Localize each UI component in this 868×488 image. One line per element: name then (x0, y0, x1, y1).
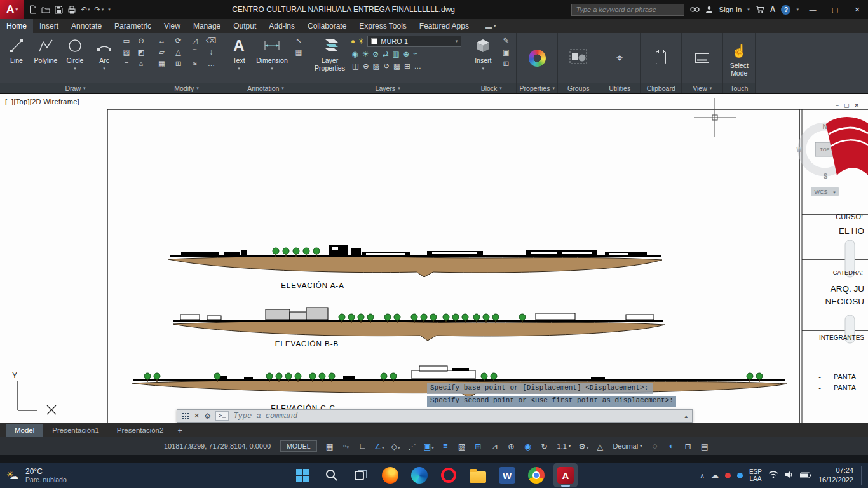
layer-tool-6[interactable]: ≈ (413, 49, 417, 59)
annotation-extra-tool-1[interactable]: ▦ (292, 47, 305, 57)
object-snap-toggle[interactable]: ▣▾ (421, 442, 437, 451)
snap-mode-toggle[interactable]: ▫▾ (338, 442, 355, 451)
annotation-scale-button[interactable]: 1:1▾ (553, 442, 576, 450)
model-space-button[interactable]: MODEL (280, 440, 316, 452)
layer-state-tool-0[interactable]: ● (351, 36, 355, 46)
taskbar-app-edge[interactable] (407, 463, 431, 487)
text-tool[interactable]: A Text ▾ (224, 34, 254, 82)
modify-tool-3[interactable]: ⌫ (205, 36, 218, 46)
ribbon-display-toggle[interactable]: ▬ ▾ (480, 19, 501, 33)
wifi-icon[interactable] (768, 470, 778, 481)
annotation-extra-tool-0[interactable]: ↖ (292, 36, 305, 46)
osnap-tracking-toggle[interactable]: ⋰ (404, 442, 421, 451)
workspace-switching-toggle[interactable]: ⚙▾ (575, 442, 592, 451)
block-extra-tool-2[interactable]: ⊞ (499, 58, 512, 69)
show-desktop-button[interactable] (861, 466, 863, 485)
taskbar-app-folder[interactable] (466, 463, 490, 487)
taskbar-app-firefox[interactable] (378, 463, 402, 487)
ribbon-tab-annotate[interactable]: Annotate (65, 19, 108, 33)
search-input[interactable] (571, 4, 684, 16)
draw-tool-circle[interactable]: Circle▾ (60, 34, 90, 82)
draw-extra-tool-4[interactable]: ≡ (121, 58, 132, 69)
ribbon-tab-express-tools[interactable]: Express Tools (353, 19, 412, 33)
lineweight-toggle[interactable]: ≡ (437, 442, 454, 451)
battery-icon[interactable] (800, 470, 812, 481)
drawing-close-button[interactable]: ✕ (854, 102, 859, 109)
select-mode-tool[interactable]: ☝ Select Mode (725, 39, 753, 77)
units-button[interactable]: Decimal▾ (608, 442, 646, 450)
autocad-application-menu-button[interactable]: A▾ (0, 0, 24, 19)
transparency-toggle[interactable]: ▨ (454, 442, 470, 451)
dynamic-ucs-toggle[interactable]: ⊿ (487, 442, 503, 451)
panel-properties-footer[interactable]: Properties▾ (517, 83, 557, 93)
layer-tool-b-5[interactable]: ⊞ (404, 61, 410, 71)
layer-tool-0[interactable]: ◉ (352, 49, 358, 59)
taskbar-app-search[interactable] (320, 463, 344, 487)
ribbon-tab-view[interactable]: View (158, 19, 187, 33)
polar-tracking-toggle[interactable]: ∠▾ (371, 442, 388, 451)
draw-tool-line[interactable]: Line (2, 34, 31, 82)
modify-tool-8[interactable]: ▦ (155, 58, 168, 69)
groups-icon[interactable] (569, 49, 587, 67)
modify-tool-6[interactable]: ⌒ (188, 47, 201, 57)
coordinates-display[interactable]: 101817.9299, 71729.8104, 0.0000 (164, 442, 276, 450)
taskbar-app-start[interactable] (290, 463, 315, 487)
command-input[interactable] (233, 412, 680, 421)
modify-tool-2[interactable]: ◿ (188, 36, 201, 46)
panel-groups-footer[interactable]: Groups (558, 83, 599, 93)
panel-annotation-footer[interactable]: Annotation▾ (222, 83, 309, 93)
open-button[interactable] (41, 6, 50, 13)
ribbon-tab-featured-apps[interactable]: Featured Apps (413, 19, 475, 33)
ribbon-tab-insert[interactable]: Insert (33, 19, 65, 33)
window-maximize-button[interactable]: ▢ (827, 6, 843, 14)
command-tools-icon[interactable]: ⚙ (204, 412, 211, 420)
tray-overflow-icon[interactable]: ∧ (700, 472, 705, 479)
signin-button[interactable]: Sign In (719, 6, 742, 13)
annotation-visibility-toggle[interactable]: ◉ (520, 442, 536, 451)
grid-display-toggle[interactable]: ▦ (322, 442, 338, 451)
layer-tool-b-0[interactable]: ◫ (352, 61, 359, 71)
onedrive-icon[interactable]: ☁ (711, 471, 719, 480)
new-layout-button[interactable]: + (173, 426, 187, 435)
antivirus-icon[interactable] (725, 473, 731, 478)
drawing-restore-button[interactable]: ▢ (844, 102, 850, 109)
drawing-minimize-button[interactable]: − (836, 102, 839, 109)
layer-tool-4[interactable]: ▥ (393, 49, 400, 59)
command-expand-icon[interactable]: ▴ (684, 413, 688, 419)
window-close-button[interactable]: ✕ (849, 6, 865, 14)
modify-tool-10[interactable]: ≈ (188, 58, 201, 69)
ribbon-tab-output[interactable]: Output (227, 19, 262, 33)
block-extra-tool-0[interactable]: ✎ (499, 36, 512, 46)
modify-tool-4[interactable]: ▱ (155, 47, 168, 57)
modify-tool-7[interactable]: ↕ (205, 47, 218, 57)
modify-tool-0[interactable]: ↔ (155, 36, 168, 46)
draw-extra-tool-5[interactable]: ⌂ (135, 58, 147, 69)
chevron-down-icon[interactable]: ▾ (796, 7, 799, 12)
annotation-monitor-toggle[interactable]: △ (592, 442, 608, 451)
layout-tab-presentaci-n2[interactable]: Presentación2 (109, 424, 172, 437)
isometric-drafting-toggle[interactable]: ◇▾ (388, 442, 404, 451)
command-customize-icon[interactable] (182, 412, 189, 420)
save-button[interactable] (55, 6, 63, 14)
insert-block-tool[interactable]: Insert ▾ (468, 34, 498, 82)
draw-extra-tool-1[interactable]: ⊙ (135, 36, 147, 46)
taskbar-weather-widget[interactable]: ☀☁ 20°C Parc. nublado (6, 467, 67, 484)
panel-modify-footer[interactable]: Modify▾ (151, 83, 222, 93)
viewport-controls-label[interactable]: [−][Top][2D Wireframe] (5, 98, 79, 105)
autodesk-account-icon[interactable]: A (770, 5, 776, 14)
layer-tool-1[interactable]: ☀ (362, 49, 369, 59)
layer-dropdown[interactable]: MURO 1 ▾ (367, 36, 461, 47)
draw-extra-tool-0[interactable]: ▭ (121, 36, 132, 46)
clipboard-icon[interactable] (656, 51, 666, 64)
ribbon-tab-collaborate[interactable]: Collaborate (301, 19, 353, 33)
layer-tool-b-4[interactable]: ▩ (393, 61, 400, 71)
modify-tool-9[interactable]: ⊞ (172, 58, 185, 69)
panel-clipboard-footer[interactable]: Clipboard (641, 83, 681, 93)
clock-widget[interactable]: 07:24 16/12/2022 (818, 466, 853, 485)
selection-cycling-toggle[interactable]: ⊞ (470, 442, 487, 451)
drawing-area[interactable]: ELEVACIÓN A-AELEVACIÓN B-BELEVACIÓN C-CY… (0, 94, 868, 423)
autoscale-toggle[interactable]: ↻ (536, 442, 553, 451)
tray-app-icon[interactable] (737, 473, 743, 478)
layer-state-tool-1[interactable]: ☀ (358, 36, 364, 46)
isolate-objects-toggle[interactable]: ◌ (647, 442, 663, 451)
